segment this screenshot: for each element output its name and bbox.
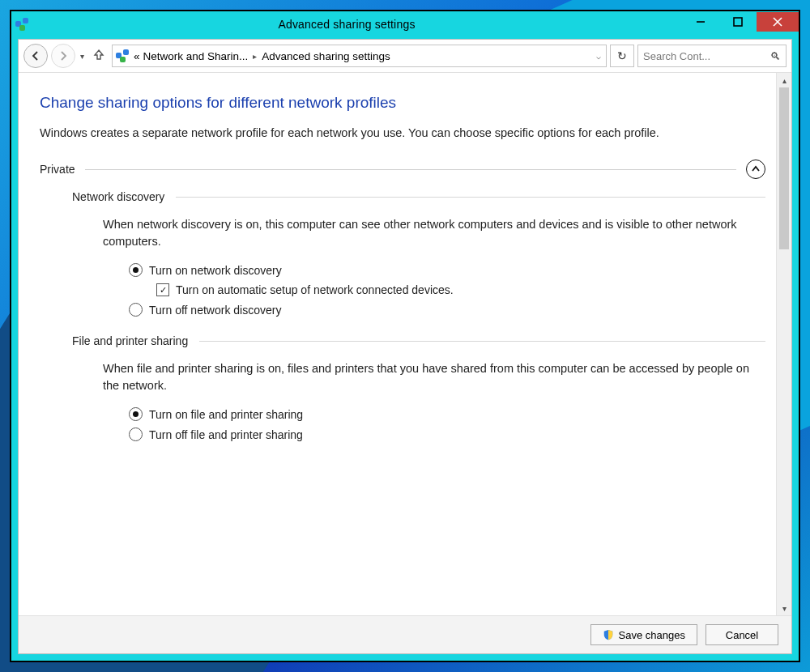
shield-icon	[603, 629, 614, 640]
profile-private-label: Private	[40, 163, 75, 176]
radio-file-sharing-off[interactable]: Turn off file and printer sharing	[129, 427, 765, 441]
page-intro: Windows creates a separate network profi…	[40, 125, 765, 142]
divider	[85, 169, 736, 170]
checkbox-label: Turn on automatic setup of network conne…	[176, 283, 454, 296]
location-icon	[116, 49, 130, 62]
vertical-scrollbar[interactable]: ▴ ▾	[776, 73, 791, 615]
collapse-profile-button[interactable]	[746, 159, 765, 179]
close-button[interactable]	[757, 12, 799, 32]
nav-back-button[interactable]	[23, 44, 48, 68]
radio-icon	[129, 303, 143, 317]
profile-private-header: Private	[40, 159, 765, 179]
radio-label: Turn on file and printer sharing	[149, 408, 303, 421]
navbar: ▾ « Network and Sharin... ▸ Advanced sha…	[19, 40, 791, 73]
cancel-button[interactable]: Cancel	[706, 624, 778, 645]
radio-icon	[129, 427, 143, 441]
checkbox-icon: ✓	[156, 283, 169, 296]
radio-file-sharing-on[interactable]: Turn on file and printer sharing	[129, 407, 765, 421]
window-frame: Advanced sharing settings ▾	[10, 10, 800, 662]
file-sharing-title: File and printer sharing	[72, 334, 188, 347]
titlebar: Advanced sharing settings	[11, 11, 799, 37]
radio-label: Turn on network discovery	[149, 264, 282, 277]
nav-history-dropdown[interactable]: ▾	[79, 52, 86, 61]
cancel-label: Cancel	[726, 629, 758, 641]
window-title: Advanced sharing settings	[11, 18, 682, 31]
window-client: ▾ « Network and Sharin... ▸ Advanced sha…	[18, 39, 792, 654]
minimize-button[interactable]	[682, 12, 719, 32]
content-panel: Change sharing options for different net…	[19, 73, 791, 615]
radio-icon	[129, 407, 143, 421]
page-heading: Change sharing options for different net…	[40, 94, 765, 112]
content-viewport: Change sharing options for different net…	[19, 73, 791, 615]
footer: Save changes Cancel	[19, 615, 791, 653]
address-bar[interactable]: « Network and Sharin... ▸ Advanced shari…	[112, 45, 607, 67]
address-dropdown[interactable]: ⌵	[595, 52, 603, 61]
radio-icon	[129, 263, 143, 277]
radio-label: Turn off file and printer sharing	[149, 428, 303, 441]
checkbox-auto-setup[interactable]: ✓ Turn on automatic setup of network con…	[156, 283, 765, 296]
crumb-prefix[interactable]: «	[134, 50, 140, 62]
radio-label: Turn off network discovery	[149, 304, 281, 317]
save-changes-button[interactable]: Save changes	[590, 624, 697, 645]
save-label: Save changes	[619, 629, 685, 641]
search-icon: 🔍︎	[770, 50, 781, 62]
search-input[interactable]: Search Cont... 🔍︎	[637, 45, 787, 67]
radio-net-discovery-off[interactable]: Turn off network discovery	[129, 303, 765, 317]
scroll-thumb[interactable]	[779, 87, 789, 249]
svg-rect-1	[734, 18, 742, 26]
divider	[199, 341, 765, 342]
network-discovery-title: Network discovery	[72, 190, 164, 203]
search-placeholder: Search Cont...	[643, 50, 710, 62]
scroll-up-button[interactable]: ▴	[777, 73, 791, 87]
file-sharing-desc: When file and printer sharing is on, fil…	[103, 360, 765, 394]
maximize-button[interactable]	[719, 12, 757, 32]
scroll-down-button[interactable]: ▾	[777, 601, 791, 615]
section-network-discovery: Network discovery When network discovery…	[72, 190, 765, 317]
crumb-network-sharing[interactable]: Network and Sharin...	[143, 50, 249, 62]
chevron-right-icon[interactable]: ▸	[251, 52, 258, 61]
section-file-printer-sharing: File and printer sharing When file and p…	[72, 334, 765, 441]
refresh-button[interactable]: ↻	[610, 45, 634, 67]
divider	[176, 197, 765, 198]
crumb-advanced-sharing[interactable]: Advanced sharing settings	[262, 50, 390, 62]
nav-up-button[interactable]	[89, 48, 109, 65]
network-discovery-desc: When network discovery is on, this compu…	[103, 216, 765, 250]
radio-net-discovery-on[interactable]: Turn on network discovery	[129, 263, 765, 277]
nav-forward-button[interactable]	[51, 44, 75, 68]
